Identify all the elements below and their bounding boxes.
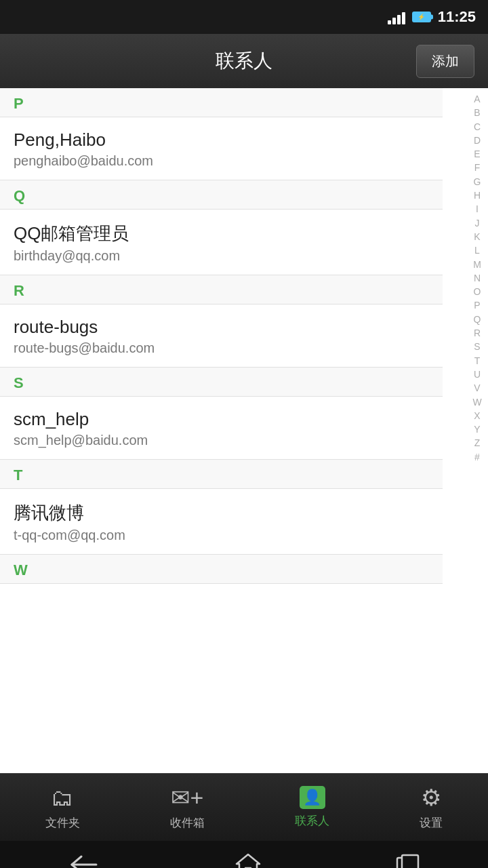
- contact-item[interactable]: route-bugsroute-bugs@baidu.com: [0, 304, 443, 368]
- contact-name: scm_help: [14, 409, 429, 430]
- inbox-icon: ✉+: [171, 784, 203, 811]
- contact-name: QQ邮箱管理员: [14, 222, 429, 245]
- system-nav-bar: [0, 841, 488, 868]
- alpha-index-#[interactable]: #: [466, 450, 488, 464]
- contacts-icon: 👤: [300, 786, 325, 809]
- alpha-index-r[interactable]: R: [466, 326, 488, 340]
- contact-item[interactable]: QQ邮箱管理员birthday@qq.com: [0, 210, 443, 275]
- alpha-index-c[interactable]: C: [466, 120, 488, 134]
- contact-email: t-qq-com@qq.com: [14, 528, 429, 543]
- alpha-index-q[interactable]: Q: [466, 313, 488, 326]
- alpha-index-a[interactable]: A: [466, 92, 488, 106]
- status-bar: ⚡ 11:25: [0, 0, 488, 34]
- nav-label-folder: 文件夹: [45, 815, 80, 831]
- nav-label-contacts: 联系人: [295, 813, 329, 829]
- alpha-index-e[interactable]: E: [466, 147, 488, 161]
- contact-item[interactable]: scm_helpscm_help@baidu.com: [0, 397, 443, 460]
- alpha-sidebar: ABCDEFGHIJKLMNOPQRSTUVWXYZ#: [466, 88, 488, 773]
- home-button[interactable]: [235, 852, 261, 868]
- settings-icon: ⚙: [421, 784, 441, 811]
- alpha-index-z[interactable]: Z: [466, 436, 488, 450]
- nav-label-inbox: 收件箱: [170, 815, 205, 831]
- alpha-index-n[interactable]: N: [466, 271, 488, 285]
- alpha-index-t[interactable]: T: [466, 354, 488, 368]
- alpha-index-w[interactable]: W: [466, 395, 488, 409]
- signal-icon: [388, 9, 405, 24]
- svg-marker-1: [237, 854, 260, 868]
- alpha-index-o[interactable]: O: [466, 285, 488, 298]
- nav-item-inbox[interactable]: ✉+ 收件箱: [157, 780, 218, 835]
- contact-name: route-bugs: [14, 317, 429, 338]
- alpha-index-u[interactable]: U: [466, 368, 488, 381]
- bottom-nav: 🗂 文件夹 ✉+ 收件箱 👤 联系人 ⚙ 设置: [0, 773, 488, 841]
- alpha-index-p[interactable]: P: [466, 298, 488, 312]
- contact-email: scm_help@baidu.com: [14, 433, 429, 448]
- alpha-index-i[interactable]: I: [466, 202, 488, 216]
- header: 联系人 添加: [0, 34, 488, 88]
- alpha-index-y[interactable]: Y: [466, 422, 488, 436]
- back-button[interactable]: [68, 854, 100, 868]
- alpha-index-j[interactable]: J: [466, 216, 488, 230]
- alpha-index-d[interactable]: D: [466, 134, 488, 147]
- section-header-r: R: [0, 275, 443, 304]
- section-header-s: S: [0, 368, 443, 397]
- contact-email: route-bugs@baidu.com: [14, 340, 429, 356]
- contact-email: penghaibo@baidu.com: [14, 153, 429, 169]
- folder-icon: 🗂: [51, 785, 74, 811]
- alpha-index-b[interactable]: B: [466, 106, 488, 119]
- alpha-index-h[interactable]: H: [466, 189, 488, 202]
- nav-item-folder[interactable]: 🗂 文件夹: [32, 781, 94, 835]
- add-contact-button[interactable]: 添加: [416, 45, 474, 78]
- section-header-w: W: [0, 555, 443, 584]
- contact-item[interactable]: Peng,Haibopenghaibo@baidu.com: [0, 117, 443, 180]
- alpha-index-x[interactable]: X: [466, 409, 488, 422]
- alpha-index-g[interactable]: G: [466, 175, 488, 189]
- contact-email: birthday@qq.com: [14, 248, 429, 264]
- alpha-index-s[interactable]: S: [466, 340, 488, 353]
- alpha-index-v[interactable]: V: [466, 381, 488, 395]
- recents-button[interactable]: [396, 854, 420, 868]
- battery-icon: ⚡: [412, 12, 431, 22]
- section-header-p: P: [0, 88, 443, 117]
- contact-name: Peng,Haibo: [14, 130, 429, 151]
- alpha-index-k[interactable]: K: [466, 230, 488, 243]
- status-time: 11:25: [438, 8, 476, 26]
- contact-list: PPeng,Haibopenghaibo@baidu.comQQQ邮箱管理员bi…: [0, 88, 466, 773]
- nav-item-settings[interactable]: ⚙ 设置: [406, 780, 456, 835]
- contact-name: 腾讯微博: [14, 501, 429, 525]
- nav-item-contacts[interactable]: 👤 联系人: [281, 782, 343, 833]
- alpha-index-l[interactable]: L: [466, 243, 488, 257]
- page-title: 联系人: [216, 48, 272, 74]
- svg-rect-3: [402, 855, 418, 868]
- alpha-index-m[interactable]: M: [466, 258, 488, 271]
- section-header-q: Q: [0, 180, 443, 210]
- nav-label-settings: 设置: [420, 815, 443, 831]
- content-area: PPeng,Haibopenghaibo@baidu.comQQQ邮箱管理员bi…: [0, 88, 488, 773]
- section-header-t: T: [0, 460, 443, 489]
- alpha-index-f[interactable]: F: [466, 161, 488, 174]
- contact-item[interactable]: 腾讯微博t-qq-com@qq.com: [0, 489, 443, 555]
